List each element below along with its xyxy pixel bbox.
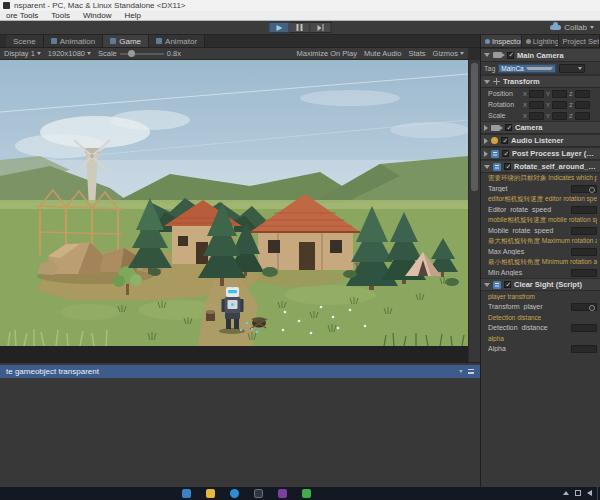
tab-inspector[interactable]: Inspector bbox=[481, 35, 522, 47]
editor-rotate-speed-field[interactable] bbox=[571, 206, 597, 214]
play-button[interactable] bbox=[269, 22, 290, 33]
pause-button[interactable] bbox=[290, 22, 311, 33]
scale-x-field[interactable] bbox=[529, 112, 544, 120]
enabled-checkbox[interactable] bbox=[504, 281, 511, 288]
post-process-layer-header[interactable]: Post Process Layer (Script) bbox=[481, 147, 600, 160]
lighting-icon bbox=[526, 39, 531, 44]
game-view-scrollbar[interactable] bbox=[468, 60, 480, 362]
bottom-panel: te gameobject transparent bbox=[0, 362, 480, 487]
foldout-arrow[interactable] bbox=[484, 165, 490, 169]
tray-network-icon[interactable] bbox=[575, 490, 581, 496]
foldout-arrow[interactable] bbox=[484, 138, 488, 144]
field-row-alpha: Alpha bbox=[481, 343, 600, 354]
tab-label: Animation bbox=[60, 37, 96, 46]
scale-slider[interactable] bbox=[120, 53, 164, 55]
tag-dropdown[interactable]: MainCamera bbox=[498, 64, 556, 73]
tab-game[interactable]: Game bbox=[103, 35, 149, 47]
clear-sight-header[interactable]: Clear Sight (Script) bbox=[481, 278, 600, 291]
max-angles-field[interactable] bbox=[571, 248, 597, 256]
tray-chevron-up-icon[interactable] bbox=[563, 491, 569, 495]
foldout-arrow[interactable] bbox=[484, 53, 490, 57]
campfire-pot bbox=[250, 317, 267, 329]
selected-entry-row[interactable]: te gameobject transparent bbox=[0, 365, 480, 378]
menu-item-help[interactable]: Help bbox=[124, 11, 140, 20]
position-z-field[interactable] bbox=[575, 90, 590, 98]
scale-control: Scale 0.8x bbox=[98, 49, 181, 58]
script-icon bbox=[493, 281, 501, 289]
enabled-checkbox[interactable] bbox=[502, 150, 509, 157]
tab-project-settings[interactable]: Project Sett bbox=[559, 35, 600, 47]
scale-y-field[interactable] bbox=[552, 112, 567, 120]
menu-icon[interactable] bbox=[468, 369, 474, 374]
gizmos-dropdown[interactable]: Gizmos bbox=[433, 49, 464, 58]
active-checkbox[interactable] bbox=[507, 52, 514, 59]
rotate-script-header[interactable]: Rotate_self_around_target_scr bbox=[481, 160, 600, 173]
rotation-z-field[interactable] bbox=[575, 101, 590, 109]
field-label: Editor_rotate_speed bbox=[488, 206, 568, 213]
game-viewport[interactable] bbox=[0, 60, 468, 362]
foldout-arrow[interactable] bbox=[484, 80, 490, 84]
target-object-field[interactable] bbox=[571, 185, 597, 193]
aspect-ratio-dropdown[interactable]: 1920x1080 bbox=[48, 49, 91, 58]
animator-icon bbox=[156, 38, 162, 44]
menu-item-window[interactable]: Window bbox=[83, 11, 111, 20]
tray-volume-icon[interactable] bbox=[587, 490, 592, 496]
mute-audio-button[interactable]: Mute Audio bbox=[364, 49, 402, 58]
slider-knob[interactable] bbox=[128, 50, 135, 57]
row-label: Position bbox=[488, 90, 521, 97]
layer-dropdown[interactable] bbox=[559, 64, 585, 73]
step-button[interactable] bbox=[311, 22, 332, 33]
tab-scene[interactable]: Scene bbox=[6, 35, 44, 47]
inspector-tab-bar: Inspector Lighting Project Sett bbox=[481, 35, 600, 48]
tab-lighting[interactable]: Lighting bbox=[522, 35, 559, 47]
taskbar-icon-app-purple[interactable] bbox=[278, 489, 287, 498]
detection-distance-field[interactable] bbox=[571, 324, 597, 332]
collab-button[interactable]: Collab bbox=[550, 23, 594, 32]
rotation-x-field[interactable] bbox=[529, 101, 544, 109]
unity-editor-window: nsparent - PC, Mac & Linux Standalone <D… bbox=[0, 0, 600, 500]
foldout-arrow[interactable] bbox=[484, 125, 488, 131]
tab-label: Lighting bbox=[533, 37, 559, 46]
menu-item-tools[interactable]: Tools bbox=[51, 11, 70, 20]
tab-animation[interactable]: Animation bbox=[44, 35, 104, 47]
taskbar-icon-app-blue[interactable] bbox=[182, 489, 191, 498]
camera-component-header[interactable]: Camera bbox=[481, 121, 600, 134]
mobile-rotate-speed-field[interactable] bbox=[571, 227, 597, 235]
scale-z-field[interactable] bbox=[575, 112, 590, 120]
display-target-dropdown[interactable]: Display 1 bbox=[4, 49, 41, 58]
taskbar-icon-app-green[interactable] bbox=[302, 489, 311, 498]
taskbar-icon-file-explorer[interactable] bbox=[206, 489, 215, 498]
field-label: Max Angles bbox=[488, 248, 568, 255]
field-header: editor相机旋转速度 editor rotation speed bbox=[481, 194, 600, 204]
audio-listener-icon bbox=[491, 137, 498, 144]
chevron-down-icon[interactable] bbox=[459, 370, 463, 373]
transform-player-field[interactable] bbox=[571, 303, 597, 311]
menu-item-ore-tools[interactable]: ore Tools bbox=[6, 11, 38, 20]
alpha-field[interactable] bbox=[571, 345, 597, 353]
enabled-checkbox[interactable] bbox=[504, 163, 511, 170]
tab-animator[interactable]: Animator bbox=[149, 35, 205, 47]
enabled-checkbox[interactable] bbox=[501, 137, 508, 144]
game-scene bbox=[0, 60, 468, 346]
position-x-field[interactable] bbox=[529, 90, 544, 98]
taskbar-icon-terminal[interactable] bbox=[254, 489, 263, 498]
stats-button[interactable]: Stats bbox=[408, 49, 425, 58]
play-controls bbox=[269, 22, 332, 33]
row-label: Scale bbox=[488, 112, 521, 119]
scrollbar-thumb[interactable] bbox=[471, 63, 478, 191]
collab-label: Collab bbox=[564, 23, 587, 32]
audio-listener-header[interactable]: Audio Listener bbox=[481, 134, 600, 147]
position-y-field[interactable] bbox=[552, 90, 567, 98]
enabled-checkbox[interactable] bbox=[505, 124, 512, 131]
taskbar-icon-edge-browser[interactable] bbox=[230, 489, 239, 498]
chevron-down-icon bbox=[578, 67, 582, 70]
maximize-on-play-button[interactable]: Maximize On Play bbox=[297, 49, 357, 58]
view-tab-bar: Scene Animation Game Animator bbox=[0, 35, 480, 48]
foldout-arrow[interactable] bbox=[484, 151, 488, 157]
rotation-y-field[interactable] bbox=[552, 101, 567, 109]
foldout-arrow[interactable] bbox=[484, 283, 490, 287]
transform-header[interactable]: Transform bbox=[481, 75, 600, 88]
min-angles-field[interactable] bbox=[571, 269, 597, 277]
field-row-mobile-rotate-speed: Mobile_rotate_speed bbox=[481, 225, 600, 236]
field-header: alpha bbox=[481, 333, 600, 343]
